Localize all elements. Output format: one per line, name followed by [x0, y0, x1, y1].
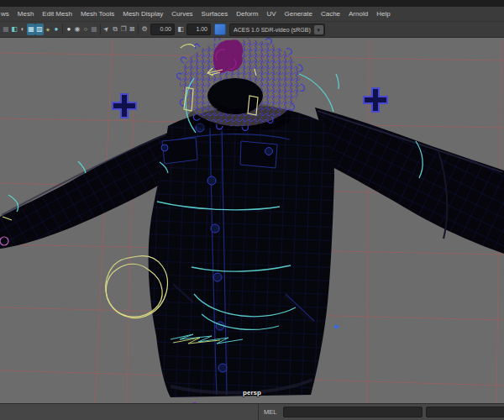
grid-toggle-icon[interactable]: ▦ [2, 24, 10, 35]
exposure-field[interactable]: 0.00 [150, 24, 175, 35]
smooth-shade-icon[interactable]: ● [52, 24, 60, 35]
gear-icon[interactable]: ⚙ [140, 24, 149, 35]
viewport-toolbar: ▦ ◧ ◐ ▦ ▨ ⚹ ● ● ◉ ○ ▦ ➤ ⧉ ❐ ⊠ ⚙ 0.00 ◧ 1… [0, 22, 504, 38]
command-result[interactable] [426, 407, 504, 417]
chevron-down-icon: ▾ [314, 25, 323, 34]
xray-icon[interactable]: ▦ [90, 24, 98, 35]
menu-item-mesh[interactable]: Mesh [13, 10, 39, 18]
gamma-field[interactable]: 1.00 [186, 24, 211, 35]
menu-item-edit-mesh[interactable]: Edit Mesh [38, 10, 76, 18]
menu-bar: ws Mesh Edit Mesh Mesh Tools Mesh Displa… [0, 7, 504, 22]
menu-item-cache[interactable]: Cache [317, 10, 344, 18]
menu-item-surfaces[interactable]: Surfaces [197, 10, 233, 18]
color-management-icon[interactable] [214, 24, 226, 35]
view-transform-dropdown[interactable]: ACES 1.0 SDR-video (sRGB) ▾ [229, 24, 325, 36]
menu-item-windows-partial[interactable]: ws [0, 10, 13, 18]
menu-item-generate[interactable]: Generate [281, 10, 317, 18]
toolbar-separator [62, 24, 63, 34]
viewport-panel[interactable]: persp [0, 38, 504, 403]
menu-item-mesh-tools[interactable]: Mesh Tools [76, 10, 118, 18]
menu-item-uv[interactable]: UV [262, 10, 280, 18]
menu-item-mesh-display[interactable]: Mesh Display [118, 10, 167, 18]
material-override-icon[interactable]: ◉ [73, 24, 81, 35]
menu-item-arnold[interactable]: Arnold [344, 10, 372, 18]
exposure-toggle-icon[interactable]: ◧ [176, 24, 185, 35]
wireframe-on-shaded-icon[interactable]: ▦ [27, 24, 35, 35]
view-transform-label: ACES 1.0 SDR-video (sRGB) [230, 27, 314, 33]
folded-square-icon[interactable]: ❐ [119, 24, 128, 35]
command-line-bar: MEL [0, 403, 504, 420]
film-gate-icon[interactable]: ◧ [10, 24, 18, 35]
status-bar-divider [258, 404, 259, 420]
window-top-strip [0, 0, 504, 7]
crossed-square-icon[interactable]: ⊠ [128, 24, 136, 35]
menu-item-deform[interactable]: Deform [232, 10, 262, 18]
shaded-sphere-icon[interactable]: ◐ [18, 24, 27, 35]
viewport-canvas[interactable] [0, 38, 504, 403]
default-material-icon[interactable]: ● [65, 24, 73, 35]
command-input[interactable] [283, 407, 423, 417]
menu-item-help[interactable]: Help [372, 10, 394, 18]
mel-language-toggle[interactable]: MEL [264, 408, 276, 416]
isolate-select-icon[interactable]: ○ [81, 24, 90, 35]
menu-item-curves[interactable]: Curves [167, 10, 197, 18]
textured-display-icon[interactable]: ▨ [35, 24, 44, 35]
lighting-icon[interactable]: ⚹ [44, 24, 52, 35]
jacket-model[interactable] [0, 38, 504, 397]
toolbar-separator [138, 24, 139, 34]
fur-hood[interactable] [177, 38, 305, 133]
